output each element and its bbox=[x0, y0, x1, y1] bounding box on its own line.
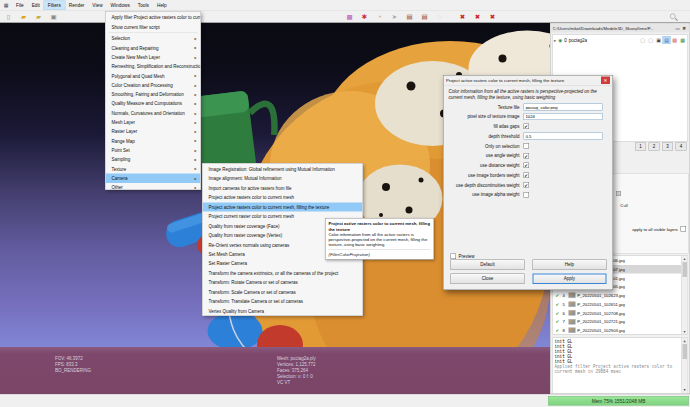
filters-menu-category[interactable]: Sampling bbox=[106, 155, 201, 164]
filters-menu-category[interactable]: Mesh Layer bbox=[106, 118, 201, 127]
P_20220501_102903.jpg[interactable]: 8 P_20220501_102903.jpg bbox=[553, 326, 688, 335]
lasso-select-icon[interactable]: ◌ bbox=[435, 12, 444, 21]
shaders-tab-icon[interactable]: ▩ bbox=[679, 37, 686, 44]
filters-menu-category[interactable]: Range Map bbox=[106, 136, 201, 145]
camera-submenu-item[interactable]: Set Raster Camera bbox=[203, 259, 363, 268]
depth-threshold-input[interactable] bbox=[524, 133, 603, 140]
new-project-icon[interactable]: ▯ bbox=[4, 12, 13, 21]
close-dialog-icon[interactable]: ✕ bbox=[601, 77, 610, 85]
expand-arrow-icon[interactable]: ▸ bbox=[554, 38, 556, 43]
filters-menu-category[interactable]: Point Set bbox=[106, 146, 201, 155]
only-selection-checkbox[interactable] bbox=[524, 143, 530, 149]
layer-row[interactable]: ▸ ◉ 0 pociag2a ▢▢▣▤▨▩ bbox=[553, 35, 688, 45]
bbox-toggle-icon[interactable]: ▢ bbox=[647, 37, 654, 44]
layers-tab-icon[interactable]: ▤ bbox=[663, 37, 670, 44]
camera-submenu-item[interactable]: Import cameras for active rasters from f… bbox=[203, 183, 363, 192]
close-panel-icon[interactable]: ✖ bbox=[681, 26, 688, 31]
search-filter-icon[interactable] bbox=[670, 14, 676, 20]
user-color-swatch[interactable] bbox=[616, 191, 621, 196]
menubar-item[interactable]: Help bbox=[153, 1, 171, 10]
texture-file-input[interactable] bbox=[524, 103, 603, 110]
raster-checked-icon[interactable] bbox=[556, 302, 560, 307]
filters-menu-category[interactable]: Color Creation and Processing bbox=[106, 80, 201, 89]
panel-title-bar[interactable]: C:/Users/mikol/Downloads/Modele3D_Skany/… bbox=[551, 24, 690, 33]
decorator-page-button[interactable]: 4 bbox=[676, 143, 687, 151]
filters-menu-category[interactable]: Cleaning and Repairing bbox=[106, 43, 201, 52]
filters-menu-action[interactable]: Show current filter script bbox=[106, 22, 201, 32]
menubar-item[interactable]: Filters bbox=[44, 1, 65, 10]
log-scrollbar[interactable] bbox=[681, 338, 688, 393]
shading-mode-option[interactable]: Cull bbox=[618, 202, 630, 209]
P_20220501_102623.jpg[interactable]: 4 P_20220501_102623.jpg bbox=[553, 291, 688, 300]
P_20220501_102708.jpg[interactable]: 6 P_20220501_102708.jpg bbox=[553, 309, 688, 318]
camera-submenu-item[interactable]: Image alignment: Mutual Information bbox=[203, 174, 363, 183]
preview-checkbox[interactable] bbox=[451, 254, 457, 260]
close-button[interactable]: Close bbox=[451, 274, 525, 285]
decorator-page-button[interactable]: 1 bbox=[635, 143, 646, 151]
layer-visibility-icon[interactable]: ◉ bbox=[558, 38, 562, 43]
default-button[interactable]: Default bbox=[451, 260, 525, 271]
camera-submenu-item[interactable]: Image Registration: Global refinement us… bbox=[203, 165, 363, 174]
apply-button[interactable]: Apply bbox=[533, 274, 607, 285]
fill-atlas-checkbox[interactable] bbox=[524, 124, 530, 130]
camera-submenu-item[interactable]: Transform: Rotate Camera or set of camer… bbox=[203, 278, 363, 287]
menubar-item[interactable]: Tools bbox=[134, 1, 153, 10]
delete-raster-icon[interactable]: ✖ bbox=[473, 12, 482, 21]
help-button[interactable]: Help bbox=[533, 260, 607, 271]
menubar-item[interactable]: Windows bbox=[107, 1, 134, 10]
raster-checked-icon[interactable] bbox=[556, 310, 560, 315]
filters-menu-category[interactable]: Texture bbox=[106, 164, 201, 173]
distance-weight-checkbox[interactable] bbox=[524, 163, 530, 169]
raster-checked-icon[interactable] bbox=[556, 328, 560, 333]
snapshot-icon[interactable]: ▣ bbox=[49, 12, 58, 21]
menubar-item[interactable]: Edit bbox=[28, 1, 44, 10]
P_20220501_102651.jpg[interactable]: 5 P_20220501_102651.jpg bbox=[553, 300, 688, 309]
filters-menu-category[interactable]: Quality Measure and Computations bbox=[106, 99, 201, 108]
menubar-item[interactable]: View bbox=[88, 1, 106, 10]
raster-scrollbar[interactable] bbox=[681, 256, 688, 334]
alpha-weight-checkbox[interactable] bbox=[524, 192, 530, 198]
filters-menu-category[interactable]: Polygonal and Quad Mesh bbox=[106, 71, 201, 80]
snapshot-star-icon[interactable]: ✱ bbox=[360, 12, 369, 21]
filters-menu-category[interactable]: Smoothing, Fairing and Deformation bbox=[106, 90, 201, 99]
camera-submenu-item[interactable]: Project active rasters color to current … bbox=[203, 202, 363, 211]
save-project-icon[interactable]: ▰ bbox=[34, 12, 43, 21]
pixel-size-input[interactable] bbox=[524, 113, 603, 120]
dialog-title-bar[interactable]: Project active rasters color to current … bbox=[444, 76, 613, 86]
menubar-item[interactable]: File bbox=[12, 1, 28, 10]
delete-all-icon[interactable]: ✖ bbox=[488, 12, 497, 21]
angle-weight-checkbox[interactable] bbox=[524, 153, 530, 159]
info-clock-icon[interactable]: ◔ bbox=[375, 12, 384, 21]
P_20220501_102721.jpg[interactable]: 7 P_20220501_102721.jpg bbox=[553, 317, 688, 326]
rasters-tab-icon[interactable]: ▨ bbox=[671, 37, 678, 44]
raster-checked-icon[interactable] bbox=[556, 293, 560, 298]
raster-checked-icon[interactable] bbox=[556, 319, 560, 324]
select-arrow-icon[interactable]: ➤ bbox=[390, 12, 399, 21]
filters-menu-category[interactable]: Raster Layer bbox=[106, 127, 201, 136]
menubar-item[interactable]: Render bbox=[65, 1, 89, 10]
camera-submenu-item[interactable]: Transform the camera extrinsics, or all … bbox=[203, 268, 363, 277]
camera-submenu-item[interactable]: Project active rasters color to current … bbox=[203, 193, 363, 202]
borders-weight-checkbox[interactable] bbox=[524, 172, 530, 178]
delete-mesh-icon[interactable]: ✖ bbox=[458, 12, 467, 21]
apply-all-layers-checkbox[interactable] bbox=[681, 226, 687, 232]
open-project-icon[interactable]: ▰ bbox=[19, 12, 28, 21]
filters-menu-category[interactable]: Other bbox=[106, 183, 201, 190]
raster-stamp-alt-icon[interactable]: ▤ bbox=[420, 12, 429, 21]
depth-discontinuities-checkbox[interactable] bbox=[524, 182, 530, 188]
filters-menu-category[interactable]: Create New Mesh Layer bbox=[106, 53, 201, 62]
filters-menu-action[interactable]: Apply filter Project active rasters colo… bbox=[106, 13, 201, 23]
decorator-page-button[interactable]: 3 bbox=[662, 143, 673, 151]
filters-menu-category[interactable]: Normals, Curvatures and Orientation bbox=[106, 108, 201, 117]
decorator-page-button[interactable]: 2 bbox=[649, 143, 660, 151]
solid-toggle-icon[interactable]: ▣ bbox=[655, 37, 662, 44]
filters-menu-category[interactable]: Camera bbox=[106, 173, 201, 182]
wireframe-toggle-icon[interactable]: ▢ bbox=[639, 37, 646, 44]
points-render-icon[interactable]: ▩ bbox=[345, 12, 354, 21]
filters-menu-category[interactable]: Selection bbox=[106, 34, 201, 43]
camera-submenu-item[interactable]: Transform: Scale Camera or set of camera… bbox=[203, 287, 363, 296]
raster-stamp-icon[interactable]: ▤ bbox=[405, 12, 414, 21]
filters-menu-category[interactable]: Remeshing, Simplification and Reconstruc… bbox=[106, 62, 201, 71]
camera-submenu-item[interactable]: Vertex Quality from Camera bbox=[203, 306, 363, 315]
camera-submenu-item[interactable]: Transform: Translate Camera or set of ca… bbox=[203, 297, 363, 306]
